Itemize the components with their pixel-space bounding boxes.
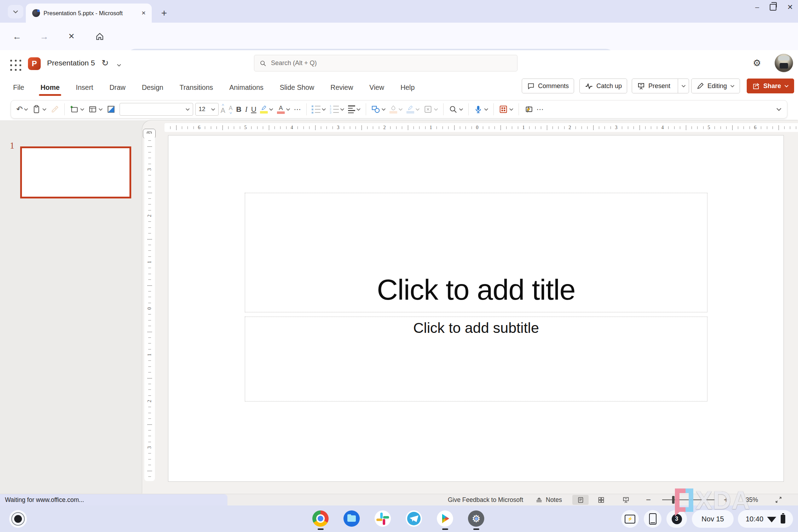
editing-mode-button[interactable]: Editing xyxy=(691,79,740,93)
more-font-options-button[interactable]: ⋯ xyxy=(292,105,303,114)
menu-view[interactable]: View xyxy=(369,82,385,93)
menu-file[interactable]: File xyxy=(12,82,25,93)
calendar-date-button[interactable]: Nov 15 xyxy=(692,510,734,528)
slide-layout-button[interactable] xyxy=(86,105,105,114)
slide-canvas[interactable]: Click to add title Click to add subtitle xyxy=(168,135,784,482)
battery-icon xyxy=(781,515,785,524)
share-button[interactable]: Share xyxy=(747,79,794,93)
shrink-font-button[interactable]: A^ xyxy=(227,105,235,113)
minimize-button[interactable]: – xyxy=(755,4,759,11)
underline-button[interactable]: U xyxy=(249,105,258,114)
powerpoint-logo-icon[interactable]: P xyxy=(28,57,41,70)
slide-number: 1 xyxy=(10,141,15,151)
new-slide-button[interactable] xyxy=(68,105,86,114)
launcher-button[interactable] xyxy=(9,510,27,528)
menu-transitions[interactable]: Transitions xyxy=(179,82,214,93)
app-launcher-icon[interactable] xyxy=(8,57,21,71)
comments-button[interactable]: Comments xyxy=(522,79,574,93)
restore-button[interactable] xyxy=(770,4,776,11)
tab-close-button[interactable]: ✕ xyxy=(139,8,148,18)
system-tray-status[interactable]: 10:40 xyxy=(738,510,793,528)
font-size-combo[interactable]: 12 xyxy=(195,103,219,116)
forward-button[interactable]: → xyxy=(37,29,51,44)
slideshow-view-button[interactable] xyxy=(618,495,634,505)
bullets-button[interactable] xyxy=(310,105,328,114)
menu-review[interactable]: Review xyxy=(330,82,354,93)
menu-insert[interactable]: Insert xyxy=(75,82,94,93)
designer-button[interactable] xyxy=(497,105,515,114)
zoom-slider-track[interactable] xyxy=(662,499,715,500)
notification-counter[interactable]: 3 xyxy=(666,510,687,528)
screen-capture-tray-button[interactable]: ⚡ xyxy=(621,510,639,528)
search-icon xyxy=(259,59,267,67)
menu-design[interactable]: Design xyxy=(141,82,164,93)
format-painter-button[interactable] xyxy=(48,105,61,114)
italic-button[interactable]: I xyxy=(243,105,249,114)
status-bar: Give Feedback to Microsoft Notes − + 35%… xyxy=(0,494,798,505)
menu-bar-items: FileHomeInsertDrawDesignTransitionsAnima… xyxy=(12,77,415,98)
files-app-icon[interactable] xyxy=(343,510,360,527)
font-color-button[interactable]: A xyxy=(275,105,292,114)
fit-slide-button[interactable] xyxy=(775,494,782,505)
editor-canvas-area: 6543210123456 3210123 Click to add title… xyxy=(142,120,798,494)
menu-animations[interactable]: Animations xyxy=(229,82,264,93)
present-dropdown-icon[interactable] xyxy=(681,85,686,88)
menu-draw[interactable]: Draw xyxy=(109,82,126,93)
paste-button[interactable] xyxy=(30,105,48,114)
play-store-app-icon[interactable] xyxy=(437,510,453,527)
settings-gear-icon[interactable]: ⚙ xyxy=(749,55,765,71)
catch-up-button[interactable]: Catch up xyxy=(579,79,627,93)
zoom-in-button[interactable]: + xyxy=(724,494,729,505)
slack-app-icon[interactable] xyxy=(375,510,391,527)
insert-shapes-button[interactable] xyxy=(369,105,388,114)
settings-app-icon[interactable]: ⚙ xyxy=(468,510,484,527)
title-placeholder[interactable]: Click to add title xyxy=(245,193,707,312)
browser-tab[interactable]: Presentation 5.pptx - Microsoft ✕ xyxy=(26,4,152,23)
present-button[interactable]: Present xyxy=(632,79,689,93)
close-window-button[interactable]: ✕ xyxy=(787,4,793,11)
theme-design-button[interactable] xyxy=(105,105,117,114)
quick-actions-button[interactable] xyxy=(522,105,535,114)
document-title[interactable]: Presentation 5 xyxy=(47,59,95,67)
text-highlight-button[interactable] xyxy=(258,105,275,114)
tab-search-button[interactable] xyxy=(8,5,23,18)
shape-fill-button[interactable] xyxy=(388,105,405,114)
search-input[interactable] xyxy=(270,59,512,67)
new-tab-button[interactable]: + xyxy=(157,6,171,20)
search-box[interactable] xyxy=(254,55,517,71)
grow-font-button[interactable]: ^A xyxy=(219,105,227,114)
more-ribbon-options-button[interactable]: ⋯ xyxy=(535,105,546,114)
slide-sorter-view-button[interactable] xyxy=(593,495,609,505)
account-avatar[interactable] xyxy=(775,54,793,72)
chrome-toolbar: ← → ✕ onedrive.live.com/edit?action=edit… xyxy=(0,23,798,50)
subtitle-placeholder[interactable]: Click to add subtitle xyxy=(245,317,707,401)
dictate-button[interactable] xyxy=(472,105,490,114)
shape-outline-button[interactable] xyxy=(405,105,422,114)
phone-hub-tray-button[interactable] xyxy=(644,510,661,528)
menu-help[interactable]: Help xyxy=(400,82,415,93)
zoom-slider-handle[interactable] xyxy=(672,496,675,504)
collapse-ribbon-chevron[interactable] xyxy=(774,108,783,111)
font-name-combo[interactable] xyxy=(120,103,193,116)
home-button[interactable] xyxy=(93,29,107,44)
zoom-level-text[interactable]: 35% xyxy=(746,494,758,505)
bold-button[interactable]: B xyxy=(234,105,243,114)
normal-view-button[interactable] xyxy=(572,495,589,505)
pencil-icon xyxy=(696,82,704,90)
notes-button[interactable]: Notes xyxy=(535,494,562,505)
align-text-button[interactable] xyxy=(346,105,363,113)
back-button[interactable]: ← xyxy=(10,29,24,44)
give-feedback-button[interactable]: Give Feedback to Microsoft xyxy=(448,494,523,505)
telegram-app-icon[interactable] xyxy=(406,510,422,527)
title-chevron-icon[interactable] xyxy=(117,64,121,67)
stop-loading-button[interactable]: ✕ xyxy=(64,29,79,44)
shape-effects-button[interactable] xyxy=(422,105,440,114)
menu-slide-show[interactable]: Slide Show xyxy=(279,82,315,93)
undo-button[interactable]: ↶ xyxy=(15,105,30,113)
chrome-app-icon[interactable] xyxy=(312,510,329,527)
numbering-button[interactable]: 123 xyxy=(328,105,346,114)
find-button[interactable] xyxy=(447,105,465,114)
menu-home[interactable]: Home xyxy=(40,82,60,93)
slide-thumbnail[interactable] xyxy=(20,146,131,198)
zoom-out-button[interactable]: − xyxy=(646,494,651,505)
